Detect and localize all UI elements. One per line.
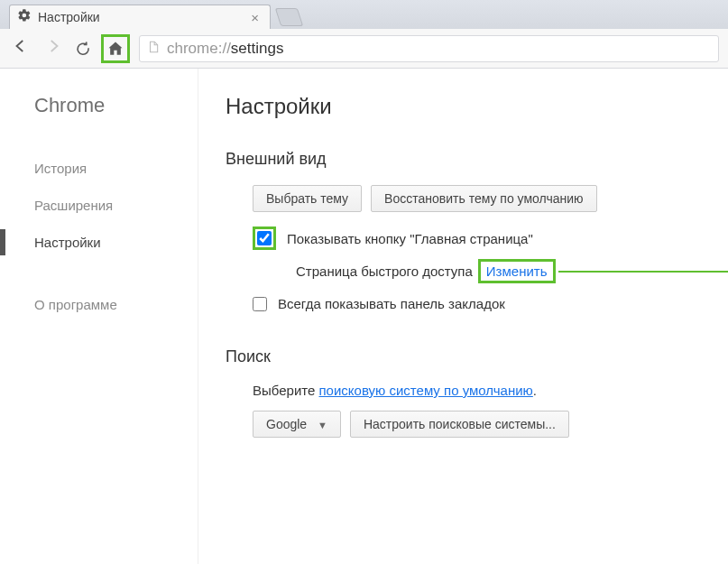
show-home-button-row: Показывать кнопку "Главная страница" (226, 227, 728, 250)
back-button[interactable] (9, 34, 32, 62)
new-tab-button[interactable] (275, 8, 303, 26)
search-engine-dropdown[interactable]: Google ▼ (253, 411, 341, 438)
sidebar-item-extensions[interactable]: Расширения (0, 187, 198, 224)
restore-theme-button[interactable]: Восстановить тему по умолчанию (371, 185, 596, 212)
sidebar-item-about[interactable]: О программе (0, 286, 198, 323)
search-description: Выберите поисковую систему по умолчанию. (226, 383, 728, 398)
change-link[interactable]: Изменить (486, 264, 548, 279)
tab-bar: Настройки × (0, 0, 728, 29)
sidebar-item-history[interactable]: История (0, 150, 198, 187)
default-search-link[interactable]: поисковую систему по умолчанию (318, 383, 532, 398)
reload-button[interactable] (74, 40, 92, 58)
configure-engines-button[interactable]: Настроить поисковые системы... (350, 411, 569, 438)
quick-access-label: Страница быстрого доступа (296, 264, 473, 279)
tab-title: Настройки (38, 10, 247, 24)
show-bookmarks-row: Всегда показывать панель закладок (226, 296, 728, 311)
section-appearance: Внешний вид Выбрать тему Восстановить те… (226, 150, 728, 311)
home-button[interactable] (101, 34, 130, 63)
change-link-highlight: Изменить (478, 259, 556, 283)
toolbar: chrome://settings (0, 29, 728, 69)
show-bookmarks-label: Всегда показывать панель закладок (278, 296, 505, 311)
forward-button[interactable] (41, 34, 65, 62)
sidebar: Chrome История Расширения Настройки О пр… (0, 69, 198, 564)
sidebar-item-settings[interactable]: Настройки (0, 224, 198, 261)
show-home-checkbox[interactable] (257, 231, 272, 245)
home-icon (106, 40, 124, 58)
show-bookmarks-checkbox[interactable] (253, 297, 267, 311)
gear-icon (17, 8, 32, 26)
choose-theme-button[interactable]: Выбрать тему (253, 185, 362, 212)
section-heading-appearance: Внешний вид (226, 150, 728, 169)
url-path: settings (231, 40, 284, 58)
browser-tab[interactable]: Настройки × (9, 5, 271, 29)
show-home-checkbox-highlight (253, 227, 276, 250)
page-icon (147, 40, 160, 58)
address-bar[interactable]: chrome://settings (139, 35, 719, 62)
section-heading-search: Поиск (226, 347, 728, 366)
url-protocol: chrome:// (167, 40, 231, 58)
sidebar-brand: Chrome (0, 94, 198, 117)
content: Chrome История Расширения Настройки О пр… (0, 69, 728, 564)
main-panel: Настройки Внешний вид Выбрать тему Восст… (198, 69, 728, 564)
section-search: Поиск Выберите поисковую систему по умол… (226, 347, 728, 438)
quick-access-row: Страница быстрого доступа Изменить (226, 259, 728, 283)
chevron-down-icon: ▼ (318, 420, 327, 430)
page-title: Настройки (226, 94, 728, 119)
show-home-label: Показывать кнопку "Главная страница" (287, 231, 533, 246)
annotation-line (558, 271, 729, 273)
close-tab-icon[interactable]: × (247, 10, 263, 25)
